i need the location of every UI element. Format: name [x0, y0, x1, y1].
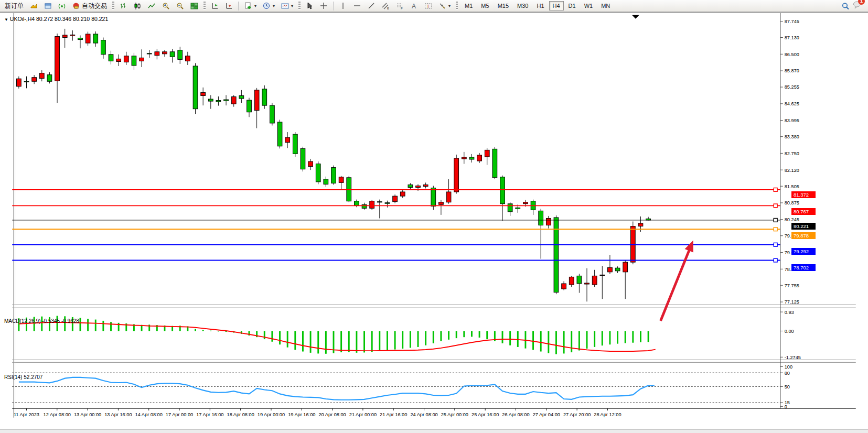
price-marker-tag[interactable]: 79.878: [791, 232, 816, 239]
price-marker-tag[interactable]: 80.221: [791, 223, 816, 230]
candle-bull: [393, 196, 398, 202]
templates-button[interactable]: ▾: [278, 1, 296, 12]
autotrading-button[interactable]: 自动交易: [70, 1, 110, 12]
chart-shift-marker[interactable]: [632, 15, 639, 19]
candle-bull: [623, 262, 628, 272]
timeframe-m5[interactable]: M5: [477, 1, 492, 10]
time-tick-label: 28 Apr 12:00: [594, 412, 621, 417]
svg-text:T: T: [427, 4, 430, 9]
price-tick-label: 80.875: [785, 200, 799, 205]
candle-bear: [262, 89, 267, 105]
timeframe-mn[interactable]: MN: [597, 1, 614, 10]
candle-bull: [600, 275, 605, 275]
arrows-tool-button[interactable]: ▾: [436, 1, 453, 12]
candle-bear: [516, 208, 520, 209]
price-marker-tag[interactable]: 79.292: [791, 248, 816, 255]
candle-bull: [116, 59, 121, 61]
candle-bear: [492, 149, 497, 177]
window-left-edge: [15, 13, 15, 418]
chart-symbol-label: UKOil-,H4: [10, 16, 35, 22]
auto-arrange-button[interactable]: [208, 1, 221, 12]
candle-bull: [370, 201, 374, 209]
timeframe-m1[interactable]: M1: [461, 1, 476, 10]
toolbar-drag-handle: [298, 2, 301, 10]
new-order-button[interactable]: 新订单: [2, 1, 26, 12]
candle-bear: [385, 203, 390, 204]
zoom-out-button[interactable]: [174, 1, 187, 12]
line-chart-button[interactable]: [145, 1, 158, 12]
chevron-down-icon[interactable]: ▾: [448, 4, 451, 8]
candle-bull: [62, 35, 67, 38]
cursor-tool-button[interactable]: [303, 1, 316, 12]
candle-bear: [277, 122, 282, 146]
candle-bear: [324, 179, 328, 185]
candle-bull: [400, 192, 405, 196]
time-tick-label: 21 Apr 00:00: [349, 412, 377, 417]
timeframe-m30[interactable]: M30: [513, 1, 532, 10]
candle-bull: [523, 202, 528, 204]
channel-tool-button[interactable]: E: [379, 1, 392, 12]
timeframe-h1[interactable]: H1: [533, 1, 548, 10]
timeframe-h4[interactable]: H4: [549, 1, 564, 10]
signals-button[interactable]: [56, 1, 69, 12]
candle-bull: [55, 37, 60, 81]
zoom-in-button[interactable]: [159, 1, 173, 12]
periods-button[interactable]: ▾: [260, 1, 277, 12]
new-chart-button[interactable]: ▾: [242, 1, 259, 12]
candle-bull: [339, 177, 344, 183]
candle-bear: [170, 52, 175, 57]
candle-bull: [446, 192, 451, 202]
chevron-down-icon[interactable]: ▾: [291, 4, 293, 8]
chevron-down-icon[interactable]: ▾: [273, 4, 275, 8]
symbol-dropdown-icon[interactable]: ▼: [4, 17, 8, 22]
price-marker-tag[interactable]: 78.702: [791, 264, 816, 271]
candle-bull: [562, 284, 566, 289]
time-tick-label: 18 Apr 08:00: [227, 412, 254, 417]
crosshair-tool-button[interactable]: [317, 1, 330, 12]
bar-chart-button[interactable]: [117, 1, 130, 12]
macd-tick-label: 0.93: [785, 310, 794, 315]
price-marker-tag[interactable]: 81.372: [791, 191, 816, 198]
price-tick-label: 85.255: [785, 84, 799, 90]
candle-bear: [362, 204, 367, 208]
search-button[interactable]: [839, 1, 852, 12]
line-anchor-marker: [774, 243, 777, 246]
timeframe-m15[interactable]: M15: [494, 1, 512, 10]
price-tick-label: 83.380: [785, 134, 799, 139]
market-watch-button[interactable]: [27, 1, 40, 12]
pane-separator: [12, 360, 856, 360]
vertical-line-tool-button[interactable]: [337, 1, 350, 12]
timeframe-d1[interactable]: D1: [565, 1, 580, 10]
chart-title: ▼ UKOil-,H4 80.272 80.346 80.210 80.221: [4, 16, 108, 22]
rsi-line: [19, 377, 655, 400]
chart-ohlc-label: 80.272 80.346 80.210 80.221: [36, 16, 108, 22]
candle-bear: [93, 34, 98, 43]
candle-bear: [577, 276, 582, 284]
toolbar-drag-handle: [112, 2, 114, 10]
price-tick-label: 83.995: [785, 118, 799, 123]
macd-values: -0.5345 -0.9628: [42, 318, 79, 324]
navigator-button[interactable]: [41, 1, 55, 12]
candlestick-icon: [134, 2, 142, 10]
fibonacci-tool-button[interactable]: F: [393, 1, 406, 12]
horizontal-line-tool-button[interactable]: [351, 1, 364, 12]
candle-bear: [431, 188, 436, 206]
chat-button[interactable]: 1: [853, 1, 861, 11]
zoom-out-icon: [176, 2, 184, 10]
label-tool-button[interactable]: T: [422, 1, 435, 12]
price-tick-label: 77.755: [785, 283, 799, 288]
chevron-down-icon[interactable]: ▾: [254, 4, 256, 8]
chart-canvas[interactable]: 87.74587.13086.50085.87085.25584.62583.9…: [0, 13, 868, 430]
candlestick-chart-button[interactable]: [131, 1, 144, 12]
tile-windows-button[interactable]: [188, 1, 201, 12]
candle-bull: [17, 79, 22, 86]
candle-bull: [454, 158, 459, 192]
price-marker-tag[interactable]: 80.767: [791, 208, 816, 215]
timeframe-w1[interactable]: W1: [581, 1, 597, 10]
candle-bear: [500, 177, 505, 204]
candle-bull: [39, 73, 44, 79]
price-tick-label: 85.870: [785, 68, 799, 73]
text-tool-button[interactable]: A: [408, 1, 421, 12]
chart-shift-button[interactable]: [222, 1, 235, 12]
trendline-tool-button[interactable]: [365, 1, 378, 12]
